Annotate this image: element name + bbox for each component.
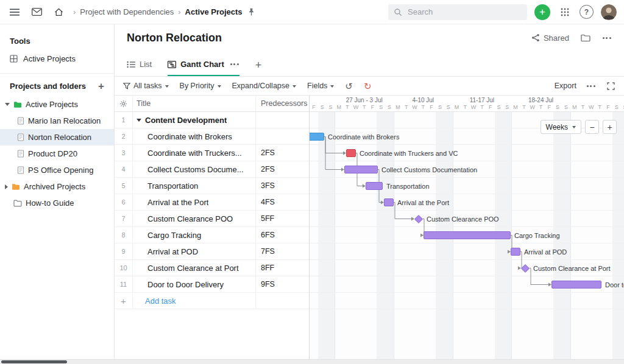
breadcrumb-current[interactable]: Active Projects <box>185 7 243 16</box>
sidebar-item-ps-office-opening[interactable]: PS Office Opening <box>0 162 114 178</box>
task-predecessors[interactable]: 9FS <box>256 276 309 292</box>
tab-gantt-chart[interactable]: Gantt Chart <box>168 60 239 76</box>
column-header-title[interactable]: Title <box>133 96 256 111</box>
task-row[interactable]: 11Door to Door Delivery9FS <box>115 276 309 293</box>
add-task-label[interactable]: Add task <box>133 293 256 309</box>
row-gridline <box>310 161 624 161</box>
search-input[interactable] <box>406 7 522 17</box>
task-row[interactable]: 4Collect Customs Docume...2FS <box>115 161 309 178</box>
gantt-bar-door-to-door-delivery[interactable] <box>551 281 601 289</box>
sidebar-item-product-dp20[interactable]: Product DP20 <box>0 145 114 162</box>
redo-icon[interactable]: ↻ <box>364 82 372 91</box>
horizontal-scrollbar[interactable] <box>0 359 624 364</box>
gantt-bar-collect-customs-documentation[interactable] <box>344 166 378 173</box>
zoom-out-button[interactable]: − <box>585 120 599 134</box>
task-predecessors[interactable] <box>256 128 309 144</box>
folder-green-icon <box>13 101 22 108</box>
task-row[interactable]: 8Cargo Tracking6FS <box>115 227 309 243</box>
task-number: 10 <box>115 260 133 276</box>
task-title[interactable]: Cargo Tracking <box>133 227 256 243</box>
folder-actions-icon[interactable] <box>580 30 591 45</box>
task-title[interactable]: Custom Clearance at Port <box>133 260 256 276</box>
add-view-button[interactable]: + <box>255 60 262 76</box>
task-title[interactable]: Arrival at POD <box>133 243 256 259</box>
add-task-row[interactable]: + Add task <box>115 293 309 309</box>
sidebar-item-active-projects[interactable]: Active Projects <box>0 96 114 113</box>
toolbar-more-icon[interactable] <box>586 85 596 87</box>
sidebar-item-archived-projects[interactable]: Archived Projects <box>0 178 114 195</box>
task-row[interactable]: 6Arrival at the Port4FS <box>115 194 309 211</box>
gantt-milestone-custom-clearance-poo[interactable] <box>414 214 423 223</box>
task-predecessors[interactable]: 3FS <box>256 178 309 194</box>
task-predecessors[interactable]: 4FS <box>256 194 309 210</box>
task-predecessors[interactable]: 2FS <box>256 145 309 161</box>
task-title[interactable]: Door to Door Delivery <box>133 276 256 292</box>
gantt-milestone-custom-clearance-at-port[interactable] <box>521 264 530 272</box>
gantt-bar-cargo-tracking[interactable] <box>424 231 511 239</box>
group-by-dropdown[interactable]: By Priority <box>180 82 221 90</box>
collapse-icon[interactable] <box>136 119 141 122</box>
filter-dropdown[interactable]: All tasks <box>123 82 169 90</box>
zoom-in-button[interactable]: + <box>603 120 617 134</box>
add-project-button[interactable]: + <box>98 81 104 91</box>
gantt-bar-transportation[interactable] <box>366 182 383 190</box>
row-gridline <box>310 292 624 293</box>
apps-grid-icon[interactable] <box>558 5 572 19</box>
task-predecessors[interactable]: 5FF <box>256 211 309 226</box>
task-title[interactable]: Arrival at the Port <box>133 194 256 210</box>
chevron-down-icon[interactable] <box>5 103 10 106</box>
task-predecessors[interactable]: 2FS <box>256 161 309 177</box>
fullscreen-icon[interactable] <box>606 81 615 91</box>
task-predecessors[interactable] <box>256 112 309 128</box>
task-title[interactable]: Coordinate with Brokers <box>133 128 256 144</box>
fields-dropdown[interactable]: Fields <box>307 82 334 90</box>
task-title[interactable]: Collect Customs Docume... <box>133 161 256 177</box>
breadcrumb-root[interactable]: Project with Dependencies <box>80 7 174 16</box>
chevron-down-icon <box>165 85 169 88</box>
task-title[interactable]: Transportation <box>133 178 256 194</box>
column-header-predecessors[interactable]: Predecessors <box>256 96 309 111</box>
task-row[interactable]: 3Coordinate with Truckers...2FS <box>115 145 309 161</box>
task-row[interactable]: 5Transportation3FS <box>115 178 309 194</box>
undo-icon[interactable]: ↺ <box>345 82 353 91</box>
pin-icon[interactable] <box>247 5 257 19</box>
gantt-bar-arrival-at-pod[interactable] <box>511 248 520 256</box>
inbox-mail-icon[interactable] <box>29 5 44 19</box>
sidebar-item-norton-relocation[interactable]: Norton Relocation <box>0 129 114 145</box>
chevron-right-icon[interactable] <box>5 184 8 189</box>
home-icon[interactable] <box>51 5 66 19</box>
tab-menu-icon[interactable] <box>230 63 239 65</box>
task-row[interactable]: 7Custom Clearance POO5FF <box>115 211 309 227</box>
sidebar-item-mario-ian-relocation[interactable]: Mario Ian Relocation <box>0 113 114 129</box>
table-settings-gear-icon[interactable] <box>115 96 133 111</box>
sidebar-item-how-to-guide[interactable]: How-to Guide <box>0 195 114 211</box>
task-row[interactable]: 1Content Development <box>115 112 309 128</box>
more-menu-icon[interactable] <box>602 37 612 39</box>
task-number: 9 <box>115 243 133 259</box>
task-row[interactable]: 10Custom Clearance at Port8FF <box>115 260 309 276</box>
create-new-button[interactable]: + <box>534 4 550 20</box>
help-icon[interactable]: ? <box>580 5 594 19</box>
hamburger-menu-icon[interactable] <box>7 5 22 19</box>
task-title[interactable]: Content Development <box>133 112 256 128</box>
scrollbar-thumb[interactable] <box>1 360 67 363</box>
task-predecessors[interactable]: 8FF <box>256 260 309 276</box>
timescale-select[interactable]: Weeks <box>541 120 581 134</box>
day-letter: F <box>427 104 436 110</box>
task-predecessors[interactable]: 6FS <box>256 227 309 243</box>
gantt-bar-coordinate-with-brokers[interactable] <box>310 133 324 141</box>
task-title[interactable]: Coordinate with Truckers... <box>133 145 256 161</box>
task-row[interactable]: 2Coordinate with Brokers <box>115 128 309 145</box>
tab-list[interactable]: List <box>127 60 152 76</box>
task-predecessors[interactable]: 7FS <box>256 243 309 259</box>
expand-collapse-dropdown[interactable]: Expand/Collapse <box>232 82 297 90</box>
shared-button[interactable]: Shared <box>531 33 569 43</box>
task-row[interactable]: 9Arrival at POD7FS <box>115 243 309 260</box>
user-avatar[interactable] <box>601 4 617 20</box>
sidebar-item-active-projects-tool[interactable]: Active Projects <box>0 51 114 67</box>
gantt-bar-arrival-at-the-port[interactable] <box>384 198 394 206</box>
gantt-bar-coordinate-with-truckers-and-vc[interactable] <box>346 149 356 157</box>
export-button[interactable]: Export <box>555 82 576 90</box>
task-number: 3 <box>115 145 133 161</box>
task-title[interactable]: Custom Clearance POO <box>133 211 256 226</box>
